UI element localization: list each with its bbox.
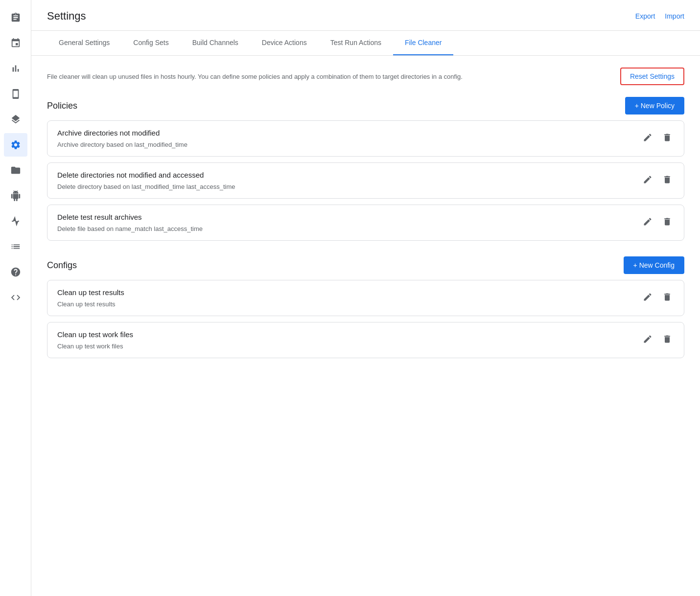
config-card-1-subtitle: Clean up test work files [57, 343, 641, 350]
tab-bar: General Settings Config Sets Build Chann… [31, 31, 700, 56]
sidebar-item-clipboard[interactable] [4, 6, 27, 29]
configs-section-header: Configs + New Config [47, 256, 684, 274]
content-area: File cleaner will clean up unused files … [31, 56, 700, 596]
description-text: File cleaner will clean up unused files … [47, 73, 608, 80]
policy-2-edit-button[interactable] [641, 215, 654, 229]
delete-icon [662, 217, 672, 227]
page-title: Settings [47, 10, 86, 23]
edit-icon [643, 334, 653, 344]
config-card-1-body: Clean up test work files Clean up test w… [57, 330, 641, 350]
reset-settings-button[interactable]: Reset Settings [620, 68, 684, 85]
policy-card-1-body: Delete directories not modified and acce… [57, 171, 641, 190]
sidebar-item-list[interactable] [4, 235, 27, 258]
header-actions: Export Import [635, 12, 684, 20]
config-1-delete-button[interactable] [660, 332, 674, 346]
policy-card-2-body: Delete test result archives Delete file … [57, 213, 641, 232]
edit-icon [643, 217, 653, 227]
delete-icon [662, 292, 672, 302]
new-config-button[interactable]: + New Config [624, 256, 684, 274]
config-card-0-body: Clean up test results Clean up test resu… [57, 288, 641, 308]
configs-section-title: Configs [47, 260, 77, 271]
policy-card-0-subtitle: Archive directory based on last_modified… [57, 141, 641, 148]
config-card-0-subtitle: Clean up test results [57, 300, 641, 308]
sidebar-item-help[interactable] [4, 260, 27, 284]
config-1-edit-button[interactable] [641, 332, 654, 346]
policy-1-edit-button[interactable] [641, 173, 654, 186]
config-card-0-title: Clean up test results [57, 288, 641, 297]
tab-file-cleaner[interactable]: File Cleaner [393, 31, 453, 55]
policy-card-1: Delete directories not modified and acce… [47, 162, 684, 199]
sidebar-item-activity[interactable] [4, 209, 27, 233]
config-card-1-actions [641, 332, 674, 346]
policy-card-2-title: Delete test result archives [57, 213, 641, 221]
sidebar-item-settings[interactable] [4, 133, 27, 157]
sidebar-item-chart[interactable] [4, 57, 27, 80]
config-card-0-actions [641, 290, 674, 304]
new-policy-button[interactable]: + New Policy [625, 97, 684, 115]
tab-config-sets[interactable]: Config Sets [121, 31, 180, 55]
import-link[interactable]: Import [665, 12, 684, 20]
edit-icon [643, 292, 653, 302]
policy-0-delete-button[interactable] [660, 131, 674, 144]
policy-0-edit-button[interactable] [641, 131, 654, 144]
sidebar [0, 0, 31, 596]
policy-card-0-actions [641, 131, 674, 144]
delete-icon [662, 175, 672, 184]
config-card-1-title: Clean up test work files [57, 330, 641, 339]
sidebar-item-device[interactable] [4, 82, 27, 106]
config-card-0: Clean up test results Clean up test resu… [47, 280, 684, 316]
sidebar-item-folder[interactable] [4, 159, 27, 182]
tab-general-settings[interactable]: General Settings [47, 31, 121, 55]
policy-1-delete-button[interactable] [660, 173, 674, 186]
header: Settings Export Import [31, 0, 700, 31]
policies-section-header: Policies + New Policy [47, 97, 684, 115]
config-card-1: Clean up test work files Clean up test w… [47, 322, 684, 358]
edit-icon [643, 133, 653, 142]
delete-icon [662, 133, 672, 142]
sidebar-item-layers[interactable] [4, 108, 27, 131]
description-bar: File cleaner will clean up unused files … [47, 68, 684, 85]
export-link[interactable]: Export [635, 12, 655, 20]
sidebar-item-android[interactable] [4, 184, 27, 207]
sidebar-item-calendar[interactable] [4, 31, 27, 55]
policy-card-2-actions [641, 215, 674, 229]
policy-card-1-title: Delete directories not modified and acce… [57, 171, 641, 179]
tab-test-run-actions[interactable]: Test Run Actions [319, 31, 393, 55]
policy-card-0: Archive directories not modified Archive… [47, 120, 684, 157]
tab-build-channels[interactable]: Build Channels [181, 31, 250, 55]
policies-section-title: Policies [47, 101, 77, 111]
sidebar-item-code[interactable] [4, 286, 27, 309]
main-content: Settings Export Import General Settings … [31, 0, 700, 596]
tab-device-actions[interactable]: Device Actions [250, 31, 319, 55]
policy-card-0-title: Archive directories not modified [57, 129, 641, 137]
policy-card-0-body: Archive directories not modified Archive… [57, 129, 641, 148]
edit-icon [643, 175, 653, 184]
policy-2-delete-button[interactable] [660, 215, 674, 229]
config-0-delete-button[interactable] [660, 290, 674, 304]
policy-card-1-actions [641, 173, 674, 186]
delete-icon [662, 334, 672, 344]
policy-card-2-subtitle: Delete file based on name_match last_acc… [57, 225, 641, 232]
config-0-edit-button[interactable] [641, 290, 654, 304]
policy-card-1-subtitle: Delete directory based on last_modified_… [57, 183, 641, 190]
policy-card-2: Delete test result archives Delete file … [47, 205, 684, 241]
